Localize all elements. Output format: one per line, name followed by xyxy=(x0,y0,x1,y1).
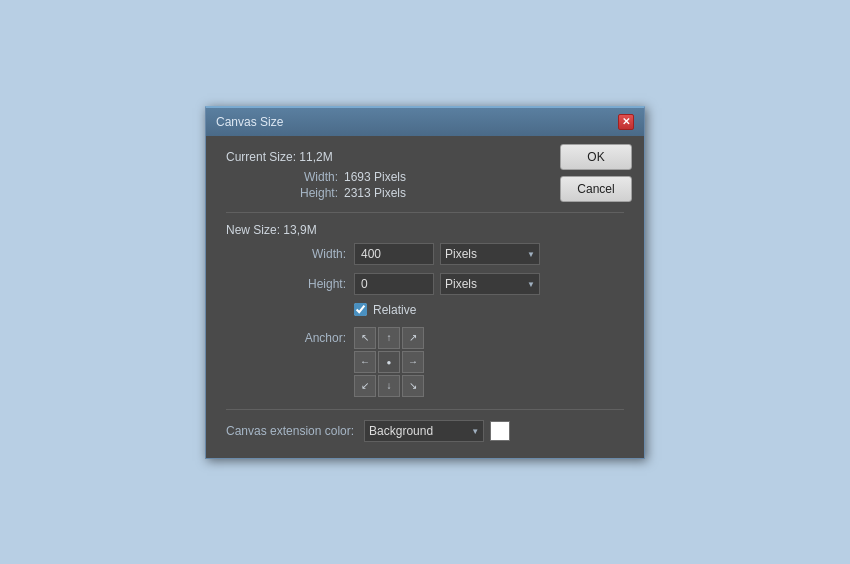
width-input[interactable] xyxy=(354,243,434,265)
canvas-extension-select-wrapper: Background Foreground White Black Gray O… xyxy=(364,420,484,442)
anchor-bottom-left[interactable] xyxy=(354,375,376,397)
height-unit-wrapper: Pixels Inches Centimeters xyxy=(434,273,540,295)
ok-button[interactable]: OK xyxy=(560,144,632,170)
anchor-middle-right[interactable] xyxy=(402,351,424,373)
anchor-top-center[interactable] xyxy=(378,327,400,349)
new-width-label: Width: xyxy=(226,247,346,261)
relative-row: Relative xyxy=(226,303,624,317)
buttons-panel: OK Cancel xyxy=(560,144,632,202)
arrow-up-icon xyxy=(387,332,392,343)
new-height-row: Height: Pixels Inches Centimeters xyxy=(226,273,624,295)
arrow-ur-icon xyxy=(409,332,417,343)
arrow-down-icon xyxy=(387,380,392,391)
anchor-label: Anchor: xyxy=(226,327,346,345)
divider2 xyxy=(226,409,624,410)
dot-icon xyxy=(387,356,392,367)
anchor-bottom-center[interactable] xyxy=(378,375,400,397)
current-width-value: 1693 Pixels xyxy=(344,170,406,184)
anchor-row: Anchor: xyxy=(226,327,624,397)
width-unit-select[interactable]: Pixels Inches Centimeters xyxy=(440,243,540,265)
arrow-dr-icon xyxy=(409,380,417,391)
relative-label: Relative xyxy=(373,303,416,317)
arrow-dl-icon xyxy=(361,380,369,391)
anchor-bottom-right[interactable] xyxy=(402,375,424,397)
new-size-section: New Size: 13,9M Width: Pixels Inches Cen… xyxy=(226,223,624,397)
anchor-top-right[interactable] xyxy=(402,327,424,349)
anchor-grid xyxy=(354,327,424,397)
anchor-top-left[interactable] xyxy=(354,327,376,349)
height-unit-select[interactable]: Pixels Inches Centimeters xyxy=(440,273,540,295)
anchor-middle-left[interactable] xyxy=(354,351,376,373)
new-height-label: Height: xyxy=(226,277,346,291)
close-button[interactable]: ✕ xyxy=(618,114,634,130)
new-size-title: New Size: 13,9M xyxy=(226,223,624,237)
canvas-extension-row: Canvas extension color: Background Foreg… xyxy=(226,420,624,442)
cancel-button[interactable]: Cancel xyxy=(560,176,632,202)
dialog-title: Canvas Size xyxy=(216,115,283,129)
current-width-label: Width: xyxy=(286,170,338,184)
current-height-label: Height: xyxy=(286,186,338,200)
relative-checkbox[interactable] xyxy=(354,303,367,316)
height-input[interactable] xyxy=(354,273,434,295)
current-height-value: 2313 Pixels xyxy=(344,186,406,200)
arrow-left-icon xyxy=(360,356,370,367)
arrow-right-icon xyxy=(408,356,418,367)
color-swatch[interactable] xyxy=(490,421,510,441)
anchor-center[interactable] xyxy=(378,351,400,373)
width-unit-wrapper: Pixels Inches Centimeters xyxy=(434,243,540,265)
canvas-size-dialog: Canvas Size ✕ Current Size: 11,2M Width:… xyxy=(205,106,645,459)
title-bar: Canvas Size ✕ xyxy=(206,108,644,136)
canvas-extension-select[interactable]: Background Foreground White Black Gray O… xyxy=(364,420,484,442)
arrow-ul-icon xyxy=(361,332,369,343)
new-width-row: Width: Pixels Inches Centimeters xyxy=(226,243,624,265)
divider xyxy=(226,212,624,213)
canvas-extension-label: Canvas extension color: xyxy=(226,424,354,438)
